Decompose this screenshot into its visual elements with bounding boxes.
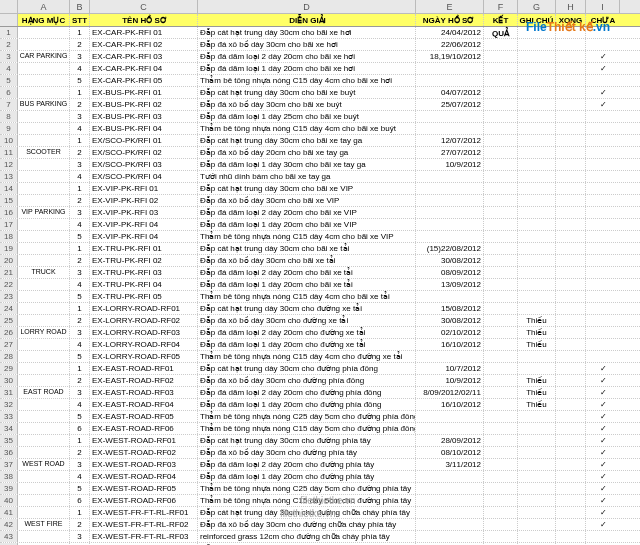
cell-hang-muc[interactable] [18, 171, 70, 182]
cell-ghichu[interactable] [518, 507, 556, 518]
cell-stt[interactable]: 5 [70, 291, 90, 302]
cell-ketqua[interactable] [484, 399, 518, 410]
cell-code[interactable]: EX-EAST-ROAD-RF02 [90, 375, 198, 386]
cell-ketqua[interactable] [484, 447, 518, 458]
cell-ketqua[interactable] [484, 507, 518, 518]
cell-chua[interactable] [586, 531, 620, 542]
cell-date[interactable] [416, 507, 484, 518]
cell-date[interactable] [416, 63, 484, 74]
cell-chua[interactable] [586, 339, 620, 350]
cell-chua[interactable]: ✓ [586, 87, 620, 98]
cell-date[interactable]: 24/04/2012 [416, 27, 484, 38]
cell-date[interactable]: 22/06/2012 [416, 39, 484, 50]
cell-ghichu[interactable] [518, 447, 556, 458]
cell-desc[interactable]: Đắp đá dăm loại 2 dày 20cm cho đường phí… [198, 387, 416, 398]
row-number[interactable]: 2 [0, 39, 18, 50]
cell-chua[interactable] [586, 303, 620, 314]
cell-ketqua[interactable] [484, 303, 518, 314]
cell-xong[interactable] [556, 231, 586, 242]
cell-stt[interactable]: 4 [70, 63, 90, 74]
row-number[interactable]: 25 [0, 315, 18, 326]
cell-hang-muc[interactable] [18, 339, 70, 350]
cell-ketqua[interactable] [484, 111, 518, 122]
cell-stt[interactable]: 1 [70, 135, 90, 146]
cell-code[interactable]: EX/SCO-PK/RFI 04 [90, 171, 198, 182]
hdr-dien-giai[interactable]: DIỄN GIẢI [198, 14, 416, 26]
cell-stt[interactable]: 2 [70, 375, 90, 386]
cell-desc[interactable]: Đắp đá xô bồ dày 30cm cho bãi xe buýt [198, 99, 416, 110]
cell-xong[interactable] [556, 135, 586, 146]
cell-chua[interactable] [586, 327, 620, 338]
cell-chua[interactable]: ✓ [586, 387, 620, 398]
cell-code[interactable]: EX-TRU-PK-RFI 04 [90, 279, 198, 290]
hdr-stt[interactable]: STT [70, 14, 90, 26]
row-number[interactable]: 39 [0, 483, 18, 494]
cell-date[interactable] [416, 111, 484, 122]
cell-stt[interactable]: 2 [70, 255, 90, 266]
cell-hang-muc[interactable] [18, 351, 70, 362]
row-number[interactable]: 41 [0, 507, 18, 518]
cell-stt[interactable]: 4 [70, 279, 90, 290]
cell-hang-muc[interactable] [18, 87, 70, 98]
row-number[interactable]: 27 [0, 339, 18, 350]
cell-ketqua[interactable] [484, 327, 518, 338]
cell-xong[interactable] [556, 303, 586, 314]
cell-hang-muc[interactable]: CAR PARKING STRUCTURE [18, 51, 70, 62]
cell-ghichu[interactable] [518, 195, 556, 206]
cell-date[interactable]: 12/07/2012 [416, 135, 484, 146]
cell-hang-muc[interactable] [18, 63, 70, 74]
cell-date[interactable] [416, 351, 484, 362]
cell-ketqua[interactable] [484, 51, 518, 62]
row-number[interactable]: 1 [0, 27, 18, 38]
cell-date[interactable]: 25/07/2012 [416, 99, 484, 110]
cell-code[interactable]: EX-CAR-PK-RFI 02 [90, 39, 198, 50]
cell-desc[interactable]: Đắp đá dăm loại 1 dày 25cm cho bãi xe bu… [198, 111, 416, 122]
row-number[interactable]: 13 [0, 171, 18, 182]
cell-ghichu[interactable] [518, 87, 556, 98]
cell-stt[interactable]: 1 [70, 27, 90, 38]
row-number[interactable]: 6 [0, 87, 18, 98]
cell-hang-muc[interactable] [18, 447, 70, 458]
hdr-ghi-chu[interactable]: GHI CHÚ [518, 14, 556, 26]
cell-code[interactable]: EX-BUS-PK-RFI 01 [90, 87, 198, 98]
cell-chua[interactable]: ✓ [586, 363, 620, 374]
cell-stt[interactable]: 6 [70, 423, 90, 434]
cell-xong[interactable] [556, 363, 586, 374]
cell-xong[interactable] [556, 483, 586, 494]
cell-ketqua[interactable] [484, 435, 518, 446]
cell-date[interactable]: 30/08/2012 [416, 255, 484, 266]
cell-ghichu[interactable] [518, 519, 556, 530]
cell-desc[interactable]: Đắp cát hạt trung dày 30cm cho bãi xe bu… [198, 87, 416, 98]
cell-hang-muc[interactable]: BUS PARKING STRUCTURE [18, 99, 70, 110]
cell-code[interactable]: EX-CAR-PK-RFI 03 [90, 51, 198, 62]
cell-hang-muc[interactable] [18, 243, 70, 254]
cell-code[interactable]: EX/SCO-PK/RFI 03 [90, 159, 198, 170]
cell-ketqua[interactable] [484, 63, 518, 74]
cell-xong[interactable] [556, 399, 586, 410]
cell-code[interactable]: EX-VIP-PK-RFI 01 [90, 183, 198, 194]
cell-hang-muc[interactable]: LORRY ROAD [18, 327, 70, 338]
col-C-header[interactable]: C [90, 0, 198, 13]
row-number[interactable]: 26 [0, 327, 18, 338]
cell-date[interactable] [416, 123, 484, 134]
cell-stt[interactable]: 4 [70, 339, 90, 350]
cell-stt[interactable]: 5 [70, 411, 90, 422]
cell-ghichu[interactable] [518, 159, 556, 170]
row-number[interactable]: 21 [0, 267, 18, 278]
cell-xong[interactable] [556, 351, 586, 362]
col-G-header[interactable]: G [518, 0, 556, 13]
cell-code[interactable]: EX-TRU-PK-RFI 05 [90, 291, 198, 302]
cell-desc[interactable]: Đắp đá xô bồ dày 20cm cho bãi xe tay ga [198, 147, 416, 158]
cell-hang-muc[interactable] [18, 423, 70, 434]
cell-chua[interactable]: ✓ [586, 447, 620, 458]
cell-desc[interactable]: Đắp đá dăm loại 2 dày 20cm cho đường xe … [198, 327, 416, 338]
cell-ketqua[interactable] [484, 471, 518, 482]
cell-stt[interactable]: 3 [70, 207, 90, 218]
cell-chua[interactable] [586, 291, 620, 302]
cell-hang-muc[interactable] [18, 399, 70, 410]
cell-code[interactable]: EX-EAST-ROAD-RF03 [90, 387, 198, 398]
hdr-ket-qua[interactable]: KẾT QUẢ [484, 14, 518, 26]
row-number[interactable]: 34 [0, 423, 18, 434]
cell-chua[interactable]: ✓ [586, 495, 620, 506]
cell-date[interactable]: 18,19/10/2012 [416, 51, 484, 62]
